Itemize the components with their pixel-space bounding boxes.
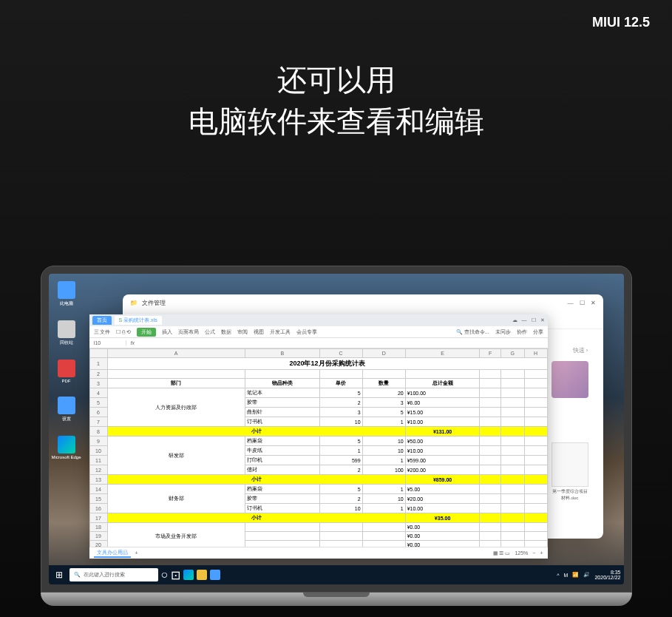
maximize-button[interactable]: ☐ [580, 300, 585, 306]
minimize-button[interactable]: — [522, 317, 527, 323]
image-thumbnail[interactable] [551, 361, 588, 398]
folder-icon: 📁 [130, 300, 138, 306]
desktop-icon-settings[interactable]: 设置 [55, 397, 78, 422]
tab-file[interactable]: S 采购统计表.xls [115, 316, 162, 325]
search-icon: 🔍 [74, 572, 81, 578]
dept-cell[interactable]: 财务部 [107, 485, 245, 513]
subtotal-value[interactable]: ¥35.00 [405, 513, 480, 523]
menu-review[interactable]: 审阅 [237, 328, 248, 336]
tray-net-icon[interactable]: 📶 [572, 572, 579, 578]
system-tray[interactable]: ^ M 📶 🔊 8:35 2020/12/22 [557, 570, 620, 580]
sync-status[interactable]: 未同步 [495, 328, 511, 336]
taskbar: ⊞ 🔍 在此键入进行搜索 ○ ⊡ ^ M 📶 🔊 8:35 [49, 565, 624, 584]
col-header[interactable]: B [245, 349, 319, 358]
menu-file[interactable]: 三 文件 [94, 328, 111, 336]
zoom-level[interactable]: 125% [515, 550, 528, 556]
col-header[interactable]: E [405, 349, 480, 358]
taskbar-explorer[interactable] [197, 570, 207, 580]
tray-mi-icon[interactable]: M [564, 573, 569, 578]
formula-bar: I10 fx [89, 338, 548, 348]
sheet-title[interactable]: 2020年12月份采购统计表 [107, 358, 547, 370]
row-header[interactable]: 1 [89, 358, 107, 370]
start-button[interactable]: ⊞ [52, 567, 67, 582]
search-box[interactable]: 🔍 在此键入进行搜索 [69, 568, 158, 581]
menu-insert[interactable]: 插入 [162, 328, 172, 336]
taskview-icon[interactable]: ⊡ [171, 568, 180, 582]
pdf-icon [58, 360, 75, 377]
spreadsheet-menu: 三 文件 ☐ ⎙ ⟲ 开始 插入 页面布局 公式 数据 审阅 视图 开发工具 会… [89, 326, 548, 338]
col-header[interactable]: G [500, 349, 524, 358]
search-cmd[interactable]: 🔍 查找命令... [456, 328, 489, 336]
menu-start[interactable]: 开始 [137, 328, 156, 337]
spreadsheet-grid[interactable]: ABCDEFGH12020年12月份采购统计表23部门物品种类单价数量总计金额4… [89, 348, 548, 547]
col-header[interactable]: H [524, 349, 547, 358]
doc-thumbnail[interactable]: 第一季度综合项目材料.doc [551, 442, 588, 502]
maximize-button[interactable]: ☐ [532, 317, 536, 323]
status-bar: 文具办公用品 + ▦ ☰ ▭ 125% − + [89, 547, 548, 559]
add-sheet[interactable]: + [135, 550, 138, 556]
sheet-tab[interactable]: 文具办公用品 [94, 549, 131, 558]
edge-icon [58, 436, 75, 454]
file-manager-titlebar[interactable]: 📁 文件管理 — ☐ ✕ [123, 294, 603, 311]
computer-icon [58, 281, 75, 299]
headline-l1: 还可以用 [0, 59, 672, 101]
clock-time: 8:35 [594, 570, 620, 575]
laptop-mockup: 此电脑 回收站 PDF 设置 Microsoft Edge [41, 266, 632, 606]
desktop-icons: 此电脑 回收站 PDF 设置 Microsoft Edge [55, 281, 78, 459]
view-icons[interactable]: ▦ ☰ ▭ [493, 550, 511, 556]
sidebar-label: 快速 › [573, 346, 588, 354]
minimize-button[interactable]: — [568, 300, 574, 306]
headline: 还可以用 电脑软件来查看和编辑 [0, 59, 672, 142]
desktop-screen: 此电脑 回收站 PDF 设置 Microsoft Edge [49, 274, 624, 584]
taskbar-edge[interactable] [183, 570, 194, 580]
tray-up-icon[interactable]: ^ [557, 573, 559, 578]
menu-data[interactable]: 数据 [221, 328, 231, 336]
menu-dev[interactable]: 开发工具 [270, 328, 291, 336]
col-header[interactable]: C [319, 349, 362, 358]
taskbar-app[interactable] [210, 570, 220, 580]
menu-view[interactable]: 视图 [254, 328, 264, 336]
headline-l2: 电脑软件来查看和编辑 [0, 101, 672, 142]
dept-cell[interactable]: 研发部 [107, 436, 245, 475]
close-button[interactable]: ✕ [540, 317, 545, 323]
fx-label: fx [126, 340, 139, 345]
menu-member[interactable]: 会员专享 [296, 328, 317, 336]
share-button[interactable]: 分享 [533, 328, 543, 336]
tab-home[interactable]: 首页 [92, 316, 112, 325]
dept-cell[interactable]: 市场及业务开发部 [107, 523, 245, 547]
spreadsheet-tabs: 首页 S 采购统计表.xls ☁ — ☐ ✕ [89, 314, 548, 326]
tray-vol-icon[interactable]: 🔊 [583, 572, 590, 578]
close-button[interactable]: ✕ [591, 300, 596, 306]
cortana-icon[interactable]: ○ [161, 568, 169, 581]
menu-layout[interactable]: 页面布局 [178, 328, 199, 336]
col-header[interactable]: F [480, 349, 500, 358]
doc-icon [551, 442, 588, 487]
miui-logo: MIUI 12.5 [592, 15, 650, 30]
subtotal-label[interactable]: 小计 [107, 475, 405, 485]
cell-reference[interactable]: I10 [89, 340, 126, 345]
laptop-base [41, 593, 632, 606]
col-header[interactable]: A [107, 349, 245, 358]
desktop-icon-pdf[interactable]: PDF [55, 360, 78, 383]
zoom-in[interactable]: + [540, 550, 543, 556]
desktop-icon-edge[interactable]: Microsoft Edge [55, 436, 78, 459]
spreadsheet-window[interactable]: 首页 S 采购统计表.xls ☁ — ☐ ✕ 三 文件 ☐ ⎙ ⟲ 开始 插 [89, 314, 548, 559]
zoom-out[interactable]: − [532, 550, 535, 556]
desktop-icon-this-pc[interactable]: 此电脑 [55, 281, 78, 307]
clock-date: 2020/12/22 [594, 575, 620, 580]
dept-cell[interactable]: 人力资源及行政部 [107, 388, 245, 427]
subtotal-value[interactable]: ¥859.00 [405, 475, 480, 485]
subtotal-value[interactable]: ¥131.00 [405, 427, 480, 436]
cloud-icon[interactable]: ☁ [512, 317, 517, 323]
col-header[interactable]: D [362, 349, 405, 358]
subtotal-label[interactable]: 小计 [107, 513, 405, 523]
toolbar-icons[interactable]: ☐ ⎙ ⟲ [116, 329, 131, 335]
recycle-icon [58, 320, 75, 338]
window-title: 文件管理 [142, 299, 166, 307]
menu-formula[interactable]: 公式 [205, 328, 215, 336]
subtotal-label[interactable]: 小计 [107, 427, 405, 436]
desktop-icon-recycle[interactable]: 回收站 [55, 320, 78, 346]
settings-icon [58, 397, 75, 414]
collab-button[interactable]: 协作 [517, 328, 527, 336]
